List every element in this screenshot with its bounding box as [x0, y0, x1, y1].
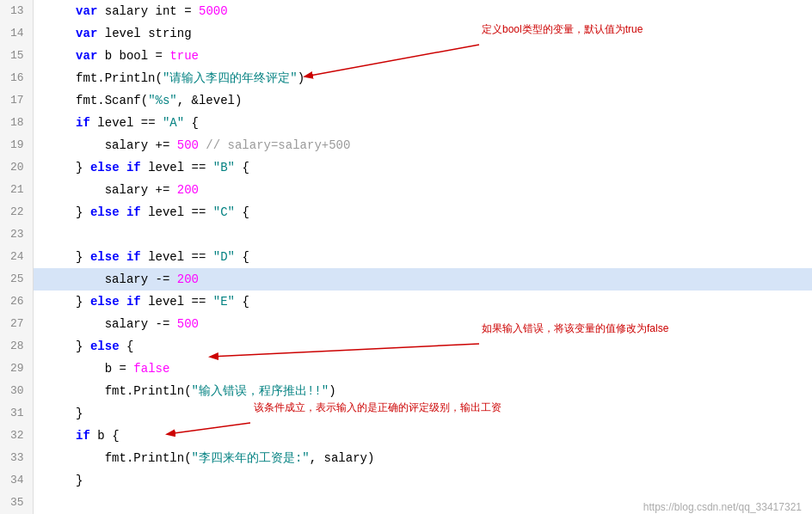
line-number: 34: [0, 469, 33, 492]
code-line-30: 30 fmt.Println("输入错误，程序推出!!"): [0, 380, 812, 402]
code-container: 13 var salary int = 500014 var level str…: [0, 0, 812, 520]
code-line-20: 20 } else if level == "B" {: [0, 156, 812, 179]
code-line-32: 32 if b {: [0, 425, 812, 447]
line-number: 27: [0, 313, 33, 335]
code-table: 13 var salary int = 500014 var level str…: [0, 0, 812, 514]
line-number: 17: [0, 89, 33, 112]
line-code: var b bool = true: [33, 45, 812, 67]
code-line-22: 22 } else if level == "C" {: [0, 201, 812, 223]
line-number: 25: [0, 268, 33, 291]
code-line-15: 15 var b bool = true: [0, 45, 812, 67]
line-code: salary += 200: [33, 179, 812, 201]
line-number: 31: [0, 402, 33, 425]
code-line-26: 26 } else if level == "E" {: [0, 291, 812, 313]
line-code: salary += 500 // salary=salary+500: [33, 134, 812, 156]
code-line-25: 25 salary -= 200: [0, 268, 812, 291]
line-code: var level string: [33, 22, 812, 45]
line-code: if level == "A" {: [33, 112, 812, 134]
line-number: 19: [0, 134, 33, 156]
line-number: 32: [0, 425, 33, 447]
line-number: 20: [0, 156, 33, 179]
line-number: 13: [0, 0, 33, 22]
line-number: 23: [0, 223, 33, 246]
line-code: }: [33, 402, 812, 425]
code-line-21: 21 salary += 200: [0, 179, 812, 201]
code-line-17: 17 fmt.Scanf("%s", &level): [0, 89, 812, 112]
line-code: } else if level == "E" {: [33, 291, 812, 313]
line-code: var salary int = 5000: [33, 0, 812, 22]
line-number: 29: [0, 358, 33, 380]
watermark: https://blog.csdn.net/qq_33417321: [643, 501, 802, 513]
line-code: [33, 223, 812, 246]
line-code: } else if level == "D" {: [33, 246, 812, 268]
code-line-29: 29 b = false: [0, 358, 812, 380]
line-number: 24: [0, 246, 33, 268]
line-code: } else if level == "C" {: [33, 201, 812, 223]
line-number: 35: [0, 492, 33, 514]
line-code: }: [33, 469, 812, 492]
line-code: fmt.Println("李四来年的工资是:", salary): [33, 447, 812, 469]
line-number: 26: [0, 291, 33, 313]
line-number: 18: [0, 112, 33, 134]
line-number: 22: [0, 201, 33, 223]
line-code: b = false: [33, 358, 812, 380]
line-number: 30: [0, 380, 33, 402]
line-number: 16: [0, 67, 33, 89]
line-code: } else if level == "B" {: [33, 156, 812, 179]
code-line-31: 31 }: [0, 402, 812, 425]
line-code: fmt.Println("输入错误，程序推出!!"): [33, 380, 812, 402]
code-line-18: 18 if level == "A" {: [0, 112, 812, 134]
line-code: if b {: [33, 425, 812, 447]
code-line-34: 34 }: [0, 469, 812, 492]
line-number: 14: [0, 22, 33, 45]
code-line-33: 33 fmt.Println("李四来年的工资是:", salary): [0, 447, 812, 469]
line-number: 28: [0, 335, 33, 358]
code-line-24: 24 } else if level == "D" {: [0, 246, 812, 268]
code-line-19: 19 salary += 500 // salary=salary+500: [0, 134, 812, 156]
line-number: 21: [0, 179, 33, 201]
line-code: salary -= 500: [33, 313, 812, 335]
code-line-13: 13 var salary int = 5000: [0, 0, 812, 22]
code-line-14: 14 var level string: [0, 22, 812, 45]
line-code: fmt.Println("请输入李四的年终评定"): [33, 67, 812, 89]
line-code: } else {: [33, 335, 812, 358]
code-line-27: 27 salary -= 500: [0, 313, 812, 335]
code-line-23: 23: [0, 223, 812, 246]
line-code: fmt.Scanf("%s", &level): [33, 89, 812, 112]
line-code: salary -= 200: [33, 268, 812, 291]
code-line-16: 16 fmt.Println("请输入李四的年终评定"): [0, 67, 812, 89]
code-line-28: 28 } else {: [0, 335, 812, 358]
line-number: 15: [0, 45, 33, 67]
line-number: 33: [0, 447, 33, 469]
